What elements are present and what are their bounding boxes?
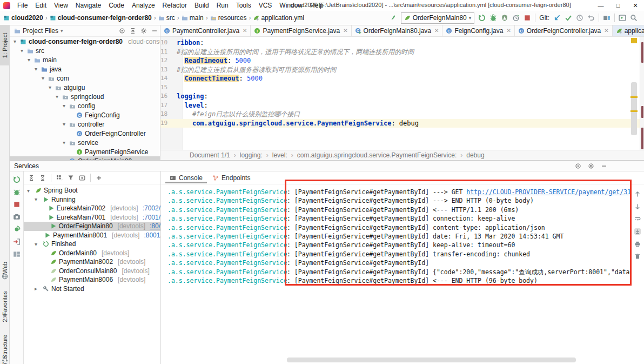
service-tree-item[interactable]: EurekaMain7001[devtools]:7001/ [24, 213, 160, 222]
profiler-button[interactable] [512, 14, 520, 22]
close-tab-icon[interactable]: ✕ [434, 28, 439, 34]
expander-icon[interactable]: ▾ [61, 140, 67, 145]
close-button[interactable]: ✕ [627, 0, 644, 11]
project-view-select[interactable]: Project Files [23, 27, 58, 35]
collapse-all-button[interactable] [130, 28, 136, 34]
run-coverage-button[interactable] [501, 14, 508, 22]
rerun-button[interactable] [13, 176, 21, 183]
project-tree-item[interactable]: COrderFeignController [10, 129, 160, 138]
inspection-indicator-icon[interactable] [631, 38, 637, 43]
print-button[interactable] [634, 241, 641, 247]
tool-window-button-favorites[interactable]: 2: Favorites [0, 292, 10, 330]
hide-panel-button[interactable] [601, 163, 607, 169]
debug-button[interactable] [489, 14, 497, 22]
editor-tab[interactable]: CPaymentController.java✕ [160, 25, 251, 36]
editor[interactable]: 10ribbon:11#指的是建立连接所用的时间，适用于网络状况正常的情况下，两… [160, 37, 640, 150]
maximize-button[interactable]: □ [609, 0, 627, 11]
breadcrumb-item[interactable]: main [182, 14, 204, 22]
expander-icon[interactable]: ▾ [26, 57, 32, 63]
editor-tab[interactable]: COrderFeignController.java✕ [515, 25, 613, 36]
hide-panel-button[interactable] [151, 28, 158, 34]
group-by-button[interactable] [56, 175, 63, 181]
editor-tab[interactable]: application.yml✕ [613, 25, 644, 36]
project-tree-item[interactable]: ▾atguigu [10, 83, 160, 92]
project-structure-button[interactable] [603, 14, 611, 22]
line-number[interactable]: 12 [160, 56, 177, 65]
breadcrumb-item[interactable]: logging: [240, 151, 263, 159]
project-tree-item[interactable]: IPaymentFeignService [10, 147, 160, 156]
breadcrumb-item[interactable]: Document 1/1 [190, 151, 230, 159]
add-frame-button[interactable] [79, 175, 85, 181]
project-tree-item[interactable]: CFeignConfig [10, 110, 160, 120]
stop-button[interactable] [524, 14, 531, 22]
warning-stripe-mark[interactable] [630, 110, 638, 112]
close-tab-icon[interactable]: ✕ [604, 28, 608, 34]
project-tree-item[interactable]: ▾java [10, 64, 160, 74]
add-service-button[interactable] [96, 175, 102, 181]
service-tree-item[interactable]: PaymentMain8006[devtools] [24, 275, 160, 284]
locate-button[interactable] [575, 163, 581, 169]
service-port-link[interactable]: :8001/ [144, 231, 160, 239]
menu-run[interactable]: Run [213, 1, 232, 10]
menu-file[interactable]: File [14, 1, 31, 10]
scrollbar-thumb[interactable] [631, 82, 637, 135]
project-tree-item[interactable]: ▾cloud-consumer-feign-order80cloud-consu… [10, 37, 160, 46]
expander-icon[interactable]: ▾ [33, 66, 39, 72]
project-tree-item[interactable]: ▾controller [10, 120, 160, 129]
debug-rerun-button[interactable] [13, 188, 21, 196]
project-tree-item[interactable]: ▾springcloud [10, 92, 160, 101]
filter-button[interactable] [68, 175, 74, 181]
git-update-button[interactable] [553, 14, 561, 22]
menu-navigate[interactable]: Navigate [72, 1, 105, 10]
expander-icon[interactable]: ▾ [61, 103, 67, 109]
gear-icon[interactable] [140, 28, 147, 34]
thread-dump-button[interactable] [13, 213, 21, 221]
history-button[interactable] [576, 14, 583, 22]
service-tree-item[interactable]: ▸Not Started [24, 284, 160, 294]
close-tab-icon[interactable]: ✕ [343, 28, 347, 34]
down-stack-trace-button[interactable] [634, 203, 641, 210]
line-number[interactable]: 19 [160, 119, 177, 128]
stop-button[interactable] [13, 201, 21, 208]
menu-refactor[interactable]: Refactor [159, 1, 191, 10]
service-port-link[interactable]: :7002/ [143, 204, 160, 212]
service-port-link[interactable]: :7001/ [143, 214, 160, 221]
console-log[interactable]: .a.s.service.PaymentFeignService: [Payme… [161, 184, 631, 356]
editor-scrollbar[interactable] [630, 38, 638, 150]
project-tree-item[interactable]: ▾main [10, 55, 160, 64]
line-number[interactable]: 13 [160, 65, 177, 75]
console-tab-endpoints[interactable]: Endpoints [208, 173, 254, 183]
breadcrumb-item[interactable]: cloud2020 [3, 14, 43, 22]
service-port-link[interactable]: :80/ [150, 222, 160, 230]
line-number[interactable]: 16 [160, 92, 177, 101]
build-arrow-icon[interactable] [390, 14, 397, 22]
expander-icon[interactable]: ▾ [47, 84, 53, 90]
close-tab-icon[interactable]: ✕ [506, 28, 511, 34]
locate-file-button[interactable] [119, 28, 125, 34]
service-tree-item[interactable]: OrderFeignMain80[devtools]:80/ [24, 222, 160, 231]
project-tree-item[interactable]: ▾com [10, 74, 160, 83]
line-number[interactable]: 11 [160, 48, 177, 57]
search-everywhere-button[interactable] [630, 14, 638, 22]
service-tree-item[interactable]: EurekaMain7002[devtools]:7002/ [24, 204, 160, 213]
line-number[interactable]: 15 [160, 83, 177, 92]
project-tree-item[interactable]: ▾service [10, 138, 160, 147]
menu-code[interactable]: Code [105, 1, 128, 10]
breadcrumb-item[interactable]: application.yml [253, 14, 304, 22]
project-tree-item[interactable]: ▾src [10, 46, 160, 55]
expander-icon[interactable]: ▾ [19, 48, 25, 54]
service-tree-item[interactable]: OrderMain80[devtools] [24, 249, 160, 258]
expander-icon[interactable]: ▾ [35, 196, 41, 202]
close-tab-icon[interactable]: ✕ [243, 28, 247, 34]
expander-icon[interactable]: ▸ [35, 286, 41, 292]
git-commit-button[interactable] [565, 14, 572, 22]
run-button[interactable] [478, 14, 486, 22]
service-tree-item[interactable]: ▾Spring Boot [24, 186, 160, 195]
rollback-button[interactable] [587, 14, 595, 22]
menu-view[interactable]: View [50, 1, 72, 10]
layout-button[interactable] [13, 250, 21, 258]
editor-tab[interactable]: CFeignConfig.java✕ [442, 25, 514, 36]
clear-console-button[interactable] [634, 253, 641, 260]
breadcrumb-item[interactable]: resources [210, 14, 247, 22]
restart-debug-button[interactable] [13, 226, 21, 233]
